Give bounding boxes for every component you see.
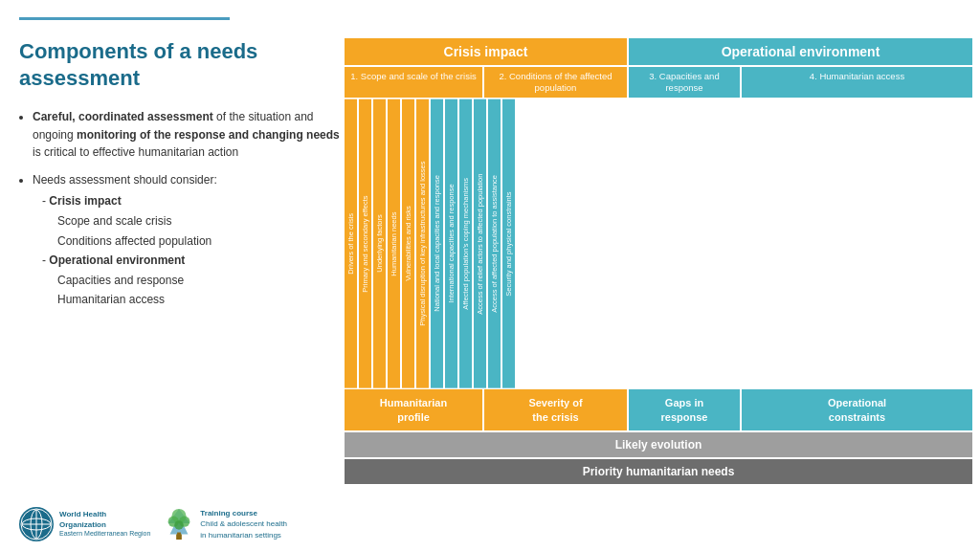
rot-cell-vulnerabilities: Vulnerabilities and risks — [402, 99, 414, 388]
bullet-2-text: Needs assessment should consider: — [33, 173, 217, 187]
rot-cell-primary: Primary and secondary effects — [359, 99, 371, 388]
likely-evolution-bar: Likely evolution — [345, 432, 972, 457]
top-decorative-line — [19, 17, 230, 20]
summary-row: Humanitarianprofile Severity ofthe crisi… — [345, 389, 972, 430]
sub-item-conditions: Conditions affected population — [42, 232, 345, 251]
training-course-name: Child & adolescent health — [200, 519, 287, 528]
bold-text-2: monitoring of the response and changing … — [77, 128, 340, 142]
svg-point-10 — [175, 520, 184, 529]
rot-col-4: Humanitarian needs — [388, 99, 400, 388]
left-panel: Components of a needs assessment Careful… — [19, 38, 345, 484]
bullet-2: Needs assessment should consider: Crisis… — [33, 171, 345, 309]
rot-col-8: International capacities and response — [445, 99, 457, 388]
rot-col-2: Primary and secondary effects — [359, 99, 371, 388]
rot-col-12: Security and physical constraints — [502, 99, 515, 388]
sum-severity: Severity ofthe crisis — [484, 389, 627, 430]
sub-header-ops-1: 3. Capacities and response — [629, 67, 740, 98]
slide-title: Components of a needs assessment — [19, 38, 345, 91]
rot-cell-access-relief: Access of relief actors to affected popu… — [474, 99, 486, 388]
rot-col-10: Access of relief actors to affected popu… — [474, 99, 486, 388]
rot-cell-drivers: Drivers of the crisis — [345, 99, 357, 388]
who-text-block: World Health Organization Eastern Medite… — [59, 510, 150, 538]
header-row-1: Crisis impact Operational environment — [345, 38, 972, 65]
sub-header-crisis-2: 2. Conditions of the affected population — [484, 67, 627, 98]
priority-needs-row: Priority humanitarian needs — [345, 459, 972, 484]
rot-col-11: Access of affected population to assista… — [488, 99, 501, 388]
normal-text-2: is critical to effective humanitarian ac… — [33, 145, 238, 159]
rot-cell-underlying: Underlying factors — [373, 99, 386, 388]
diagram-area: Crisis impact Operational environment 1.… — [345, 38, 972, 484]
sum-ops-constraints: Operationalconstraints — [742, 389, 972, 430]
rot-cell-international: International capacities and response — [445, 99, 457, 388]
sum-hum-profile: Humanitarianprofile — [345, 389, 482, 430]
header-row-2: 1. Scope and scale of the crisis 2. Cond… — [345, 67, 972, 98]
priority-needs-bar: Priority humanitarian needs — [345, 459, 972, 484]
training-setting: in humanitarian settings — [200, 531, 281, 540]
training-label: Training course — [200, 509, 257, 518]
likely-evolution-row: Likely evolution — [345, 432, 972, 457]
rot-cell-physical: Physical disruption of key infrastructur… — [416, 99, 429, 388]
svg-rect-11 — [177, 533, 181, 540]
training-logo: Training course Child & adolescent healt… — [164, 507, 287, 541]
sub-item-capacities: Capacities and response — [42, 272, 345, 290]
rot-cell-hum-needs: Humanitarian needs — [388, 99, 400, 388]
rot-col-7: National and local capacities and respon… — [431, 99, 443, 388]
training-text-block: Training course Child & adolescent healt… — [200, 508, 287, 540]
footer: World Health Organization Eastern Medite… — [19, 507, 961, 541]
ops-env-header: Operational environment — [629, 38, 972, 65]
rot-col-6: Physical disruption of key infrastructur… — [416, 99, 429, 388]
bullet-1: Careful, coordinated assessment of the s… — [33, 108, 345, 162]
sub-item-scope: Scope and scale crisis — [42, 212, 345, 231]
who-logo: World Health Organization Eastern Medite… — [19, 507, 150, 541]
who-region-text: Eastern Mediterranean Region — [59, 530, 150, 538]
rot-col-3: Underlying factors — [373, 99, 386, 388]
rot-col-5: Vulnerabilities and risks — [402, 99, 414, 388]
rot-cell-security: Security and physical constraints — [502, 99, 515, 388]
rot-cell-coping: Affected population's coping mechanisms — [459, 99, 472, 388]
sub-header-crisis-1: 1. Scope and scale of the crisis — [345, 67, 482, 98]
rotated-columns-section: Drivers of the crisis Primary and second… — [345, 99, 972, 388]
who-org-name: World Health Organization — [59, 510, 150, 530]
rot-cell-access-pop: Access of affected population to assista… — [488, 99, 501, 388]
bold-text-1: Careful, coordinated assessment — [33, 110, 213, 123]
rot-col-9: Affected population's coping mechanisms — [459, 99, 472, 388]
rot-cell-national: National and local capacities and respon… — [431, 99, 443, 388]
sub-header-ops-2: 4. Humanitarian access — [742, 67, 972, 98]
sub-item-humanitarian-access: Humanitarian access — [42, 291, 345, 309]
sub-item-crisis: Crisis impact — [42, 192, 345, 210]
diagram-wrapper: Crisis impact Operational environment 1.… — [345, 38, 972, 484]
sub-list: Crisis impact Scope and scale crisis Con… — [33, 192, 345, 309]
sum-gaps: Gaps inresponse — [629, 389, 740, 430]
rot-col-1: Drivers of the crisis — [345, 99, 357, 388]
crisis-impact-header: Crisis impact — [345, 38, 627, 65]
who-circle-icon — [19, 507, 54, 541]
bullet-list: Careful, coordinated assessment of the s… — [19, 108, 345, 309]
tree-icon — [164, 507, 194, 541]
sub-item-ops: Operational environment — [42, 252, 345, 270]
